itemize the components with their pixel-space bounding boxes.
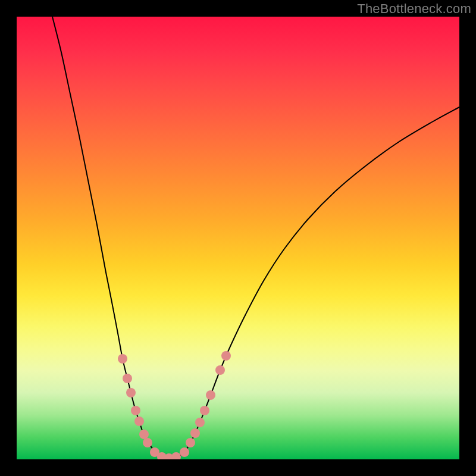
data-marker xyxy=(186,438,195,447)
data-marker xyxy=(195,418,205,427)
chart-frame: TheBottleneck.com xyxy=(0,0,476,476)
data-marker xyxy=(180,447,189,457)
data-marker xyxy=(131,406,140,415)
data-marker xyxy=(139,430,149,439)
data-marker xyxy=(118,354,127,364)
data-marker xyxy=(126,388,136,397)
data-marker xyxy=(123,374,132,383)
data-marker xyxy=(143,438,152,447)
plot-gradient-area xyxy=(17,17,459,459)
data-marker xyxy=(200,406,209,415)
data-marker xyxy=(215,365,225,375)
data-marker xyxy=(171,452,181,459)
v-curve xyxy=(52,17,459,458)
data-marker xyxy=(206,390,215,400)
marker-group xyxy=(118,351,231,459)
data-marker xyxy=(134,416,144,426)
chart-svg xyxy=(17,17,459,459)
data-marker xyxy=(221,351,231,361)
data-marker xyxy=(190,428,200,438)
watermark-text: TheBottleneck.com xyxy=(357,1,471,17)
